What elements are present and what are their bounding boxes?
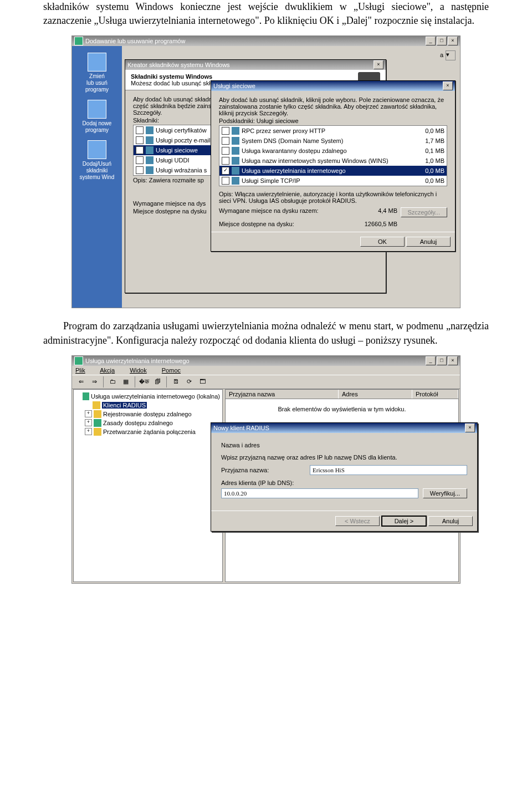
box-icon: [88, 53, 106, 72]
toolbar-button[interactable]: 🖺: [170, 376, 181, 387]
window-title: Dodawanie lub usuwanie programów: [85, 38, 185, 44]
cancel-button[interactable]: Anuluj: [406, 237, 451, 247]
menu-help[interactable]: Pomoc: [162, 367, 187, 374]
close-icon[interactable]: ×: [374, 60, 383, 69]
tree-pane[interactable]: Usługa uwierzytelniania internetowego (l…: [73, 389, 223, 582]
minimize-button[interactable]: _: [426, 356, 436, 365]
friendly-name-label: Przyjazna nazwa:: [221, 467, 310, 473]
toolbar-button[interactable]: �क: [139, 376, 150, 387]
back-button: < Wstecz: [335, 516, 380, 526]
maximize-button[interactable]: □: [437, 356, 447, 365]
dropdown-value: a: [440, 52, 443, 58]
paragraph-1: składników systemu Windows konieczne jes…: [43, 0, 489, 28]
toolbar-button[interactable]: ⟳: [183, 376, 195, 387]
list-item[interactable]: Usługi Simple TCP/IP0,0 MB: [219, 176, 447, 186]
toolbar-button[interactable]: ▦: [120, 376, 131, 387]
menu-view[interactable]: Widok: [130, 367, 154, 374]
close-button[interactable]: ×: [448, 356, 458, 365]
screenshot-add-remove-programs: Dodawanie lub usuwanie programów _ □ × Z…: [71, 35, 461, 308]
maximize-button[interactable]: □: [437, 37, 447, 45]
tree-item[interactable]: +Rejestrowanie dostępu zdalnego: [76, 410, 220, 419]
minimize-button[interactable]: _: [426, 37, 436, 45]
paragraph-2: Program do zarządzania usługami uwierzyt…: [43, 319, 489, 347]
network-services-dialog: Usługi sieciowe × Aby dodać lub usunąć s…: [211, 80, 456, 252]
sidebar: Zmieńlub usuńprogramy Dodaj noweprogramy…: [72, 46, 122, 308]
tree-item[interactable]: +Zasady dostępu zdalnego: [76, 419, 220, 427]
tree-item[interactable]: Klienci RADIUS: [76, 401, 220, 410]
windows-icon: [88, 140, 106, 159]
toolbar-button[interactable]: 🗔: [197, 376, 208, 387]
menubar: Plik Akcja Widok Pomoc: [72, 366, 460, 375]
app-icon: [74, 356, 83, 365]
toolbar-button[interactable]: 🗐: [152, 376, 163, 387]
dialog-titlebar: Nowy klient RADIUS ×: [211, 423, 477, 433]
client-address-label: Adres klienta (IP lub DNS):: [221, 479, 294, 486]
verify-button[interactable]: Weryfikuj...: [423, 488, 467, 498]
subcomponents-list[interactable]: RPC przez serwer proxy HTTP0,0 MBSystem …: [219, 125, 447, 186]
cancel-button[interactable]: Anuluj: [428, 516, 473, 526]
tree-item[interactable]: +Przetwarzanie żądania połączenia: [76, 427, 220, 436]
sidebar-add-new[interactable]: Dodaj noweprogramy: [72, 96, 122, 137]
dialog-titlebar: Usługi sieciowe ×: [211, 81, 455, 91]
list-item[interactable]: System DNS (Domain Name System)1,7 MB: [219, 136, 447, 146]
dialog-heading: Nazwa i adres: [221, 442, 467, 448]
menu-file[interactable]: Plik: [75, 367, 92, 374]
toolbar-button[interactable]: ⇒: [89, 376, 100, 387]
window-titlebar: Usługa uwierzytelniania internetowego _ …: [72, 356, 460, 366]
col-friendly-name[interactable]: Przyjazna nazwa: [226, 390, 339, 399]
window-titlebar: Dodawanie lub usuwanie programów _ □ ×: [72, 36, 460, 46]
ok-button[interactable]: OK: [360, 237, 405, 247]
sidebar-change-remove[interactable]: Zmieńlub usuńprogramy: [72, 49, 122, 96]
wizard-titlebar: Kreator składników systemu Windows ×: [125, 60, 386, 70]
toolbar: ⇐⇒🗀▦�क🗐🖺⟳🗔: [72, 375, 460, 389]
app-icon: [74, 37, 83, 45]
col-address[interactable]: Adres: [339, 390, 412, 399]
screenshot-ias-console: Usługa uwierzytelniania internetowego _ …: [71, 355, 461, 584]
new-radius-client-dialog: Nowy klient RADIUS × Nazwa i adres Wpisz…: [211, 422, 478, 532]
sort-dropdown[interactable]: ▾: [446, 50, 456, 60]
menu-action[interactable]: Akcja: [100, 367, 121, 374]
close-icon[interactable]: ×: [465, 424, 475, 432]
close-icon[interactable]: ×: [443, 81, 453, 90]
col-protocol[interactable]: Protokół: [412, 390, 458, 399]
list-item[interactable]: Usługa nazw internetowych systemu Window…: [219, 156, 447, 166]
list-item[interactable]: Usługa kwarantanny dostępu zdalnego0,1 M…: [219, 146, 447, 156]
empty-message: Brak elementów do wyświetlenia w tym wid…: [226, 399, 458, 419]
list-header: Przyjazna nazwa Adres Protokół: [226, 390, 458, 399]
sidebar-windows-components[interactable]: Dodaj/Usuńskładnikisystemu Wind: [72, 137, 122, 184]
toolbar-button[interactable]: 🗀: [107, 376, 118, 387]
details-button: Szczegóły...: [401, 207, 448, 217]
client-address-input[interactable]: [221, 488, 418, 498]
toolbar-button[interactable]: ⇐: [75, 376, 86, 387]
next-button[interactable]: Dalej >: [381, 516, 427, 527]
list-item[interactable]: ✓Usługa uwierzytelniania internetowego0,…: [219, 166, 447, 176]
tree-item[interactable]: Usługa uwierzytelniania internetowego (l…: [76, 392, 220, 401]
friendly-name-input[interactable]: [310, 465, 467, 475]
dialog-intro: Wpisz przyjazną nazwę oraz adres IP lub …: [221, 454, 467, 461]
list-item[interactable]: RPC przez serwer proxy HTTP0,0 MB: [219, 126, 447, 136]
close-button[interactable]: ×: [448, 37, 458, 45]
box-plus-icon: [88, 100, 106, 119]
